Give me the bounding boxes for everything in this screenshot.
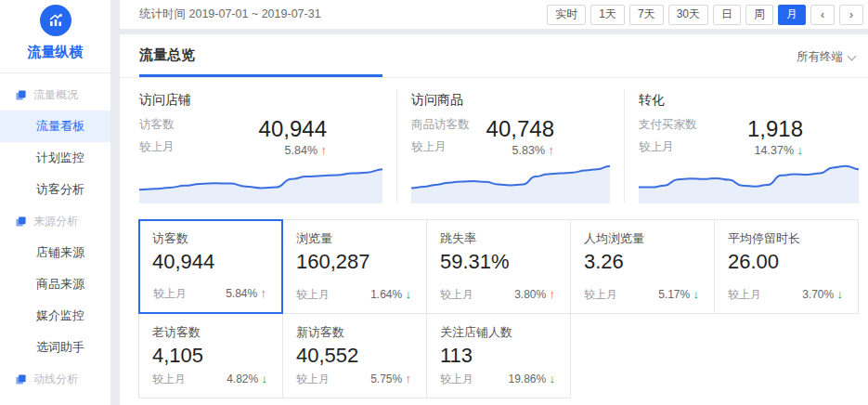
metric-label: 浏览量: [296, 230, 413, 247]
change-value: 5.84%: [226, 286, 266, 302]
sparkline-chart: [411, 151, 610, 203]
overview-cards: 访问店铺 访客数 较上月 40,944 5.84% 访问商品 商品访客数 较上月: [139, 85, 859, 205]
sidebar-section-label: 动线分析: [33, 372, 78, 387]
sidebar-item-product-source[interactable]: 商品来源: [0, 268, 110, 300]
trend-arrow-icon: [837, 287, 844, 301]
compare-label: 较上月: [440, 287, 473, 303]
metric-cell-returning-visitors[interactable]: 老访客数 4,105 较上月4.82%: [138, 313, 283, 398]
range-button-day[interactable]: 日: [713, 5, 741, 25]
sidebar-item-plan-monitor[interactable]: 计划监控: [0, 142, 110, 174]
compare-label: 较上月: [296, 287, 330, 303]
section-folder-icon: [15, 89, 27, 101]
change-value: 3.80%: [514, 287, 555, 303]
sidebar-item-label: 商品来源: [36, 276, 84, 293]
sidebar-item-media-monitor[interactable]: 媒介监控: [0, 300, 110, 332]
metric-value: 40,944: [152, 250, 269, 274]
range-button-week[interactable]: 周: [745, 5, 773, 25]
trend-arrow-icon: [261, 286, 267, 300]
metric-label: 新访客数: [296, 324, 413, 341]
sidebar-item-label: 流量看板: [36, 118, 84, 135]
overview-card-visit-shop[interactable]: 访问店铺 访客数 较上月 40,944 5.84%: [139, 85, 382, 205]
metric-value: 40,944: [259, 117, 327, 140]
app-logo[interactable]: [0, 0, 110, 36]
sidebar-item-keyword-helper[interactable]: 选词助手: [0, 332, 110, 363]
metric-label: 访客数: [139, 117, 175, 133]
range-button-1day[interactable]: 1天: [590, 5, 625, 25]
sidebar-section-source-analysis[interactable]: 来源分析: [0, 205, 110, 237]
compare-label: 较上月: [440, 372, 473, 387]
main-panel: 流量总览 所有终端 访问店铺 访客数 较上月 40,944 5.84%: [120, 34, 868, 405]
sidebar-item-label: 选词助手: [36, 339, 84, 356]
metric-cell-shop-followers[interactable]: 关注店铺人数 113 较上月19.86%: [426, 313, 571, 398]
metric-label: 访客数: [152, 230, 269, 247]
sidebar-section-label: 来源分析: [33, 214, 78, 229]
metric-label: 支付买家数: [639, 117, 697, 133]
chevron-down-icon: [848, 51, 857, 60]
empty-cell: [570, 313, 715, 398]
tab-line: [120, 74, 868, 78]
date-range-controls: 实时 1天 7天 30天 日 周 月 ‹ ›: [547, 5, 868, 25]
range-button-realtime[interactable]: 实时: [547, 5, 586, 25]
metric-cell-avg-stay-time[interactable]: 平均停留时长 26.00 较上月3.70%: [714, 219, 859, 314]
metric-label: 跳失率: [440, 230, 557, 247]
section-folder-icon: [15, 373, 27, 385]
metric-label: 人均浏览量: [584, 230, 701, 247]
metric-cell-views-per-visitor[interactable]: 人均浏览量 3.26 较上月5.17%: [570, 219, 715, 314]
metric-cell-bounce-rate[interactable]: 跳失率 59.31% 较上月3.80%: [426, 219, 571, 314]
metric-value: 26.00: [728, 250, 845, 274]
card-title: 访问商品: [411, 85, 610, 109]
traffic-chart-logo-icon: [40, 5, 71, 36]
card-title: 转化: [639, 85, 859, 109]
metric-cell-visitors[interactable]: 访客数 40,944 较上月5.84%: [138, 219, 283, 314]
sidebar: 流量纵横 流量概况 流量看板 计划监控 访客分析 来源分析 店铺来源 商品来源 …: [0, 0, 110, 405]
sidebar-item-label: 访客分析: [36, 181, 84, 198]
overview-card-conversion[interactable]: 转化 支付买家数 较上月 1,918 14.37%: [639, 85, 859, 205]
metric-value: 59.31%: [440, 250, 557, 274]
metric-cell-pageviews[interactable]: 浏览量 160,287 较上月1.64%: [282, 219, 427, 314]
trend-arrow-icon: [262, 372, 268, 385]
metric-value: 113: [440, 344, 557, 368]
section-folder-icon: [15, 216, 27, 228]
sidebar-item-label: 店铺来源: [36, 244, 84, 261]
empty-cell: [714, 313, 859, 398]
change-value: 5.75%: [370, 372, 411, 387]
metric-label: 商品访客数: [411, 117, 470, 133]
metric-label: 老访客数: [152, 324, 269, 341]
trend-arrow-icon: [550, 287, 556, 301]
metric-value: 3.26: [584, 250, 701, 274]
trend-arrow-icon: [406, 287, 412, 301]
range-button-30day[interactable]: 30天: [668, 5, 708, 25]
change-value: 19.86%: [508, 372, 555, 387]
chevron-right-icon[interactable]: ›: [839, 5, 863, 25]
sidebar-item-shop-source[interactable]: 店铺来源: [0, 237, 110, 268]
card-divider: [624, 89, 625, 202]
metric-value: 160,287: [296, 250, 413, 274]
compare-label: 较上月: [584, 287, 617, 303]
range-button-month[interactable]: 月: [778, 5, 806, 25]
compare-label: 较上月: [153, 286, 187, 302]
change-value: 3.70%: [802, 287, 843, 303]
trend-arrow-icon: [693, 287, 700, 301]
sidebar-section-label: 流量概况: [33, 87, 78, 103]
app-title: 流量纵横: [0, 44, 110, 73]
metric-value: 4,105: [152, 344, 269, 368]
panel-header: 流量总览 所有终端: [120, 34, 868, 74]
terminal-filter-label: 所有终端: [797, 49, 843, 65]
sidebar-section-traffic-overview[interactable]: 流量概况: [0, 79, 110, 111]
chevron-left-icon[interactable]: ‹: [810, 5, 835, 25]
sidebar-section-path-analysis[interactable]: 动线分析: [0, 363, 110, 395]
compare-label: 较上月: [296, 372, 330, 387]
sidebar-item-traffic-dashboard[interactable]: 流量看板: [0, 111, 110, 142]
compare-label: 较上月: [728, 287, 761, 303]
trend-arrow-icon: [406, 372, 412, 385]
sidebar-item-visitor-analysis[interactable]: 访客分析: [0, 174, 110, 205]
overview-card-visit-product[interactable]: 访问商品 商品访客数 较上月 40,748 5.83%: [411, 85, 610, 205]
active-tab-indicator: [139, 74, 382, 77]
change-value: 1.64%: [370, 287, 411, 303]
metric-value: 1,918: [747, 117, 803, 140]
sparkline-chart: [639, 151, 859, 203]
terminal-filter-dropdown[interactable]: 所有终端: [797, 49, 855, 65]
metric-cell-new-visitors[interactable]: 新访客数 40,552 较上月5.75%: [282, 313, 427, 398]
metric-value: 40,552: [296, 344, 413, 368]
range-button-7day[interactable]: 7天: [629, 5, 664, 25]
